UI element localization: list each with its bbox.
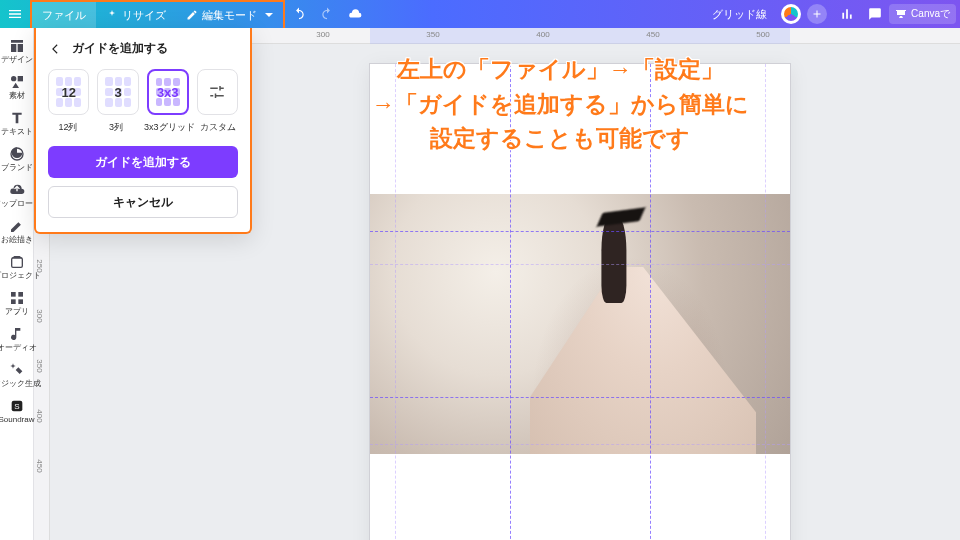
ruler-tick: 400: [35, 409, 44, 422]
annotation-line: 左上の「ファイル」→「設定」: [300, 52, 820, 87]
preset-value: 3: [115, 85, 122, 100]
sidebar-item-label: ブランド: [1, 164, 33, 172]
left-sidebar: デザイン 素材 テキスト ブランド アップロード お絵描き プロジェクト アプリ…: [0, 28, 34, 540]
sidebar-item-magic[interactable]: マジック生成: [0, 356, 34, 392]
comment-icon[interactable]: [861, 0, 889, 28]
ruler-tick: 400: [536, 30, 549, 39]
annotation-line: 設定することも可能です: [300, 121, 820, 156]
preset-value: 3x3: [157, 85, 179, 100]
sidebar-item-label: マジック生成: [0, 380, 41, 388]
redo-button[interactable]: [313, 0, 341, 28]
undo-button[interactable]: [285, 0, 313, 28]
ruler-tick: 300: [35, 309, 44, 322]
sidebar-item-label: お絵描き: [1, 236, 33, 244]
sparkle-icon: [106, 9, 118, 21]
svg-rect-5: [18, 292, 23, 297]
preset-label: 12列: [48, 121, 88, 134]
brand-icon: [9, 146, 25, 162]
svg-rect-6: [11, 299, 16, 304]
grid-lines-label[interactable]: グリッド線: [712, 7, 767, 22]
preset-12-cols[interactable]: 12: [48, 69, 89, 115]
sidebar-item-upload[interactable]: アップロード: [0, 176, 34, 212]
template-icon: [9, 38, 25, 54]
sidebar-item-label: 素材: [9, 92, 25, 100]
popup-title: ガイドを追加する: [72, 40, 168, 57]
resize-menu-label: リサイズ: [122, 8, 166, 23]
ruler-tick: 300: [316, 30, 329, 39]
sidebar-item-audio[interactable]: オーディオ: [0, 320, 34, 356]
sidebar-item-label: プロジェクト: [0, 272, 41, 280]
sidebar-item-soundraw[interactable]: S Soundraw: [0, 392, 34, 428]
preset-3x3-grid[interactable]: 3x3: [147, 69, 189, 115]
add-guides-popup: ガイドを追加する 12 3 3x3: [34, 28, 252, 234]
apps-icon: [9, 290, 25, 306]
audio-icon: [9, 326, 25, 342]
project-icon: [9, 254, 25, 270]
ruler-tick: 450: [35, 459, 44, 472]
svg-rect-4: [11, 292, 16, 297]
svg-rect-3: [11, 258, 22, 267]
sidebar-item-label: アプリ: [5, 308, 29, 316]
preset-label: カスタム: [198, 121, 238, 134]
text-icon: [9, 110, 25, 126]
sidebar-item-label: オーディオ: [0, 344, 37, 352]
annotation-overlay: 左上の「ファイル」→「設定」 →「ガイドを追加する」から簡単に 設定することも可…: [300, 52, 820, 156]
guide-preset-row: 12 3 3x3: [48, 69, 238, 115]
preset-labels: 12列 3列 3x3グリッド カスタム: [48, 121, 238, 134]
menu-icon[interactable]: [0, 0, 30, 28]
back-button[interactable]: [48, 42, 62, 56]
ruler-tick: 450: [646, 30, 659, 39]
sidebar-item-text[interactable]: テキスト: [0, 104, 34, 140]
sidebar-item-apps[interactable]: アプリ: [0, 284, 34, 320]
present-icon: [895, 8, 907, 20]
canvas-image[interactable]: [370, 194, 790, 454]
cloud-sync-icon[interactable]: [341, 0, 369, 28]
sliders-icon: [208, 83, 226, 101]
preset-label: 3列: [96, 121, 136, 134]
draw-icon: [9, 218, 25, 234]
sidebar-item-label: デザイン: [1, 56, 33, 64]
canva-cta-button[interactable]: Canvaで: [889, 4, 956, 24]
preset-3-cols[interactable]: 3: [97, 69, 138, 115]
avatar[interactable]: [781, 4, 801, 24]
file-menu-label: ファイル: [42, 8, 86, 23]
resize-menu[interactable]: リサイズ: [96, 2, 176, 28]
preset-value: 12: [61, 85, 75, 100]
pencil-icon: [186, 9, 198, 21]
upload-icon: [9, 182, 25, 198]
svg-point-0: [11, 76, 16, 81]
svg-rect-7: [18, 299, 23, 304]
sidebar-item-project[interactable]: プロジェクト: [0, 248, 34, 284]
ruler-tick: 350: [35, 359, 44, 372]
top-bar: ファイル リサイズ 編集モード グリッド線 Canvaで: [0, 0, 960, 28]
add-button[interactable]: [807, 4, 827, 24]
canva-cta-label: Canvaで: [911, 7, 950, 21]
sidebar-item-elements[interactable]: 素材: [0, 68, 34, 104]
annotation-line: →「ガイドを追加する」から簡単に: [300, 87, 820, 122]
file-menu[interactable]: ファイル: [32, 2, 96, 28]
ruler-tick: 500: [756, 30, 769, 39]
sidebar-item-design[interactable]: デザイン: [0, 32, 34, 68]
svg-text:S: S: [14, 402, 19, 411]
edit-mode-label: 編集モード: [202, 8, 257, 23]
preset-label: 3x3グリッド: [144, 121, 190, 134]
ruler-tick: 350: [426, 30, 439, 39]
add-guides-button[interactable]: ガイドを追加する: [48, 146, 238, 178]
sidebar-item-draw[interactable]: お絵描き: [0, 212, 34, 248]
elements-icon: [9, 74, 25, 90]
magic-icon: [9, 362, 25, 378]
analytics-icon[interactable]: [833, 0, 861, 28]
svg-rect-1: [17, 76, 22, 81]
preset-custom[interactable]: [197, 69, 238, 115]
cancel-button[interactable]: キャンセル: [48, 186, 238, 218]
soundraw-icon: S: [9, 398, 25, 414]
sidebar-item-label: Soundraw: [0, 416, 35, 424]
file-menu-group: ファイル リサイズ 編集モード: [30, 0, 285, 28]
sidebar-item-label: テキスト: [1, 128, 33, 136]
edit-mode-menu[interactable]: 編集モード: [176, 2, 283, 28]
sidebar-item-brand[interactable]: ブランド: [0, 140, 34, 176]
